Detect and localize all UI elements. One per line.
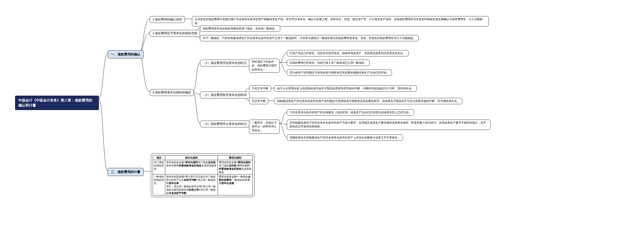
cell-r1c3: 费用化利息金额=费用化期间专门借款总利息-费用化期间闲置借款资金利息收入或投资收… [218,160,253,174]
node-1-3-1-c2[interactable]: ②借款费用已经发生。包括已借入专门借款或已占用一般借款。 [287,60,370,66]
node-1-3-3-text[interactable]: 一般而言，具备以下条件之一的即应停止资本化： [249,120,280,134]
node-1-3[interactable]: 3.借款费用资本化期间的确定 [150,89,194,96]
node-1-3-1-text[interactable]: 同时满足下列条件的，借款费用才能开始资本化： [249,59,280,73]
node-1-3-3-c3[interactable]: ③继续发生在所购建或生产的符合资本化条件的资产上的支出金额很少或者几乎不再发生。 [287,134,403,141]
table-row: 一般借款的借款利息 资本化利息金额=累计资产支出超过专门借款部分的资产支出加权平… [153,174,253,195]
cell-r1c1: 专门借款的借款利息 [153,160,165,174]
cell-r2c1: 一般借款的借款利息 [153,174,165,195]
calc-table: 项目 资本化期间 费用化期间 专门借款的借款利息 资本化利息金额=资本化期间专门… [153,155,253,195]
cell-r2c2: 资本化利息金额=累计资产支出超过专门借款部分的资产支出加权平均数×所占用一般借款… [165,174,218,195]
node-1-3-2-a[interactable]: ①非正常中断 [249,85,271,92]
node-1-3-1[interactable]: （1）借款费用开始资本化的时点 [200,60,250,66]
node-1-3-3-c1[interactable]: ①符合资本化条件的资产的实体建造（包括安装）或者生产活动已经全部完成或者实质上已… [287,109,414,116]
table-row: 专门借款的借款利息 资本化利息金额=资本化期间专门借款总利息-资本化期间闲置借款… [153,160,253,174]
node-1-3-2[interactable]: （2）借款费用暂停资本化的时间 [200,92,250,98]
node-1-2-c2[interactable]: 对于一般借款，只有在构建或者生产符合资本化条件的资产占用了一般借款时，才应将与该… [200,35,419,41]
node-1-3-1-c1[interactable]: ①资产支出已经发生。包括支付货币资金、转移非现金资产、承担带息债务形式所发生的支… [287,50,409,56]
node-1-3-2-a-c[interactable]: 由于企业管理决策上的原因或者其他不可预见的原因等所导致的中断，中断时间连续超过3… [274,85,417,92]
th-item: 项目 [153,156,165,160]
node-1-3-2-b-c[interactable]: 因构建或者生产符合资本化条件的资产达到预定可使用或者可销售状态所必要的程序、或者… [274,98,462,104]
node-1-3-2-b[interactable]: ②正常中断 [249,98,268,104]
node-1-2[interactable]: 2.借款费用应予资本化的借款范围 [150,30,200,37]
node-1-1[interactable]: 1.借款费用的确认原则 [150,16,185,23]
calc-table-node[interactable]: 项目 资本化期间 费用化期间 专门借款的借款利息 资本化利息金额=资本化期间专门… [151,154,255,197]
node-1-3-3-c2[interactable]: ②所购建或者生产的符合资本化条件的资产与设计要求、合同规定或者生产要求相符或者基… [287,120,491,130]
node-1-1-content[interactable]: 企业发生的借款费用可直接归属于符合资本化条件的资产构建或者生产的，应当予以资本化… [192,16,489,26]
node-1-3-1-c3[interactable]: ③为使资产达到预定可使用或者可销售状态所必要的购建或者生产活动已经开始。 [287,69,392,76]
th-exp: 费用化期间 [218,156,253,160]
cell-r1c2: 资本化利息金额=资本化期间专门借款总利息-资本化期间闲置借款资金利息收入或投资收… [165,160,218,174]
root-node[interactable]: 中级会计《中级会计实务》第八章：借款费用的确认和计量 [15,96,99,110]
node-1-2-c1[interactable]: 借款费用资本化的借款范围包括专门借款，也包括一般借款。 [200,25,280,32]
section-2[interactable]: 二、借款费用的计量 [108,168,144,176]
section-1[interactable]: 一、借款费用的确认 [108,50,144,58]
th-cap: 资本化期间 [165,156,218,160]
node-1-3-3[interactable]: （3）借款费用停止资本化的时点 [200,121,250,127]
cell-r2c3: 费用化利息金额=一般借款全部利息费用-一般借款利息费用资本化金额 [218,174,253,195]
